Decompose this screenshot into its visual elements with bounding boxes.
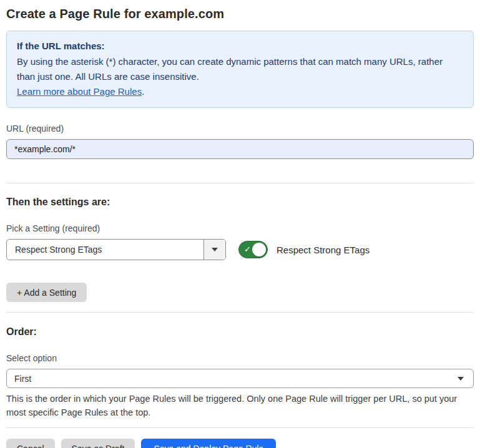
setting-select-arrow-button[interactable] <box>203 240 225 260</box>
section-divider <box>6 183 474 183</box>
setting-toggle[interactable]: ✓ <box>238 241 268 258</box>
save-deploy-button[interactable]: Save and Deploy Page Rule <box>141 439 276 448</box>
order-select-value: First <box>14 374 31 384</box>
learn-more-link[interactable]: Learn more about Page Rules <box>17 86 142 97</box>
order-section-heading: Order: <box>6 326 474 338</box>
settings-section-heading: Then the settings are: <box>6 197 474 208</box>
section-divider <box>6 312 474 313</box>
setting-select[interactable]: Respect Strong ETags <box>6 239 226 260</box>
url-input[interactable] <box>6 139 474 159</box>
info-box-body: By using the asterisk (*) character, you… <box>17 54 463 84</box>
section-divider <box>6 427 474 428</box>
cancel-button[interactable]: Cancel <box>6 439 55 448</box>
chevron-down-icon <box>458 377 464 381</box>
url-field-label: URL (required) <box>6 124 474 134</box>
page-rule-form: Create a Page Rule for example.com If th… <box>0 7 480 448</box>
form-actions: Cancel Save as Draft Save and Deploy Pag… <box>6 439 474 448</box>
chevron-down-icon <box>212 248 218 251</box>
order-help-text: This is the order in which your Page Rul… <box>6 392 471 419</box>
setting-row: Respect Strong ETags ✓ Respect Strong ET… <box>6 239 474 260</box>
setting-select-value: Respect Strong ETags <box>7 240 203 260</box>
link-period: . <box>142 86 144 97</box>
info-box-link-line: Learn more about Page Rules. <box>17 84 463 99</box>
order-select-label: Select option <box>6 353 474 363</box>
save-draft-button[interactable]: Save as Draft <box>61 439 135 448</box>
order-select[interactable]: First <box>6 369 474 388</box>
setting-toggle-label: Respect Strong ETags <box>277 245 370 255</box>
setting-picker-label: Pick a Setting (required) <box>6 223 474 233</box>
toggle-knob <box>252 243 266 256</box>
add-setting-button[interactable]: + Add a Setting <box>6 283 87 302</box>
check-icon: ✓ <box>244 245 251 253</box>
url-match-info-box: If the URL matches: By using the asteris… <box>6 31 474 108</box>
page-title: Create a Page Rule for example.com <box>6 7 474 21</box>
info-box-heading: If the URL matches: <box>17 39 463 54</box>
